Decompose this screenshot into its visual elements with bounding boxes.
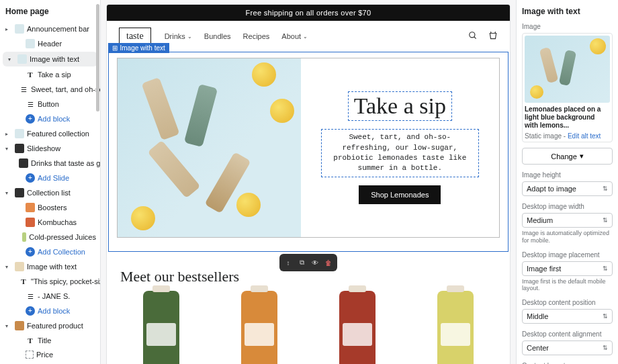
tree-item[interactable]: ☰Button — [0, 97, 100, 111]
hide-icon[interactable]: 👁 — [309, 257, 321, 269]
section-cta-button[interactable]: Shop Lemonades — [359, 185, 441, 204]
field-label: Desktop content alignment — [522, 330, 613, 338]
product-card[interactable] — [414, 291, 496, 364]
cart-icon[interactable] — [488, 31, 498, 42]
section-icon — [26, 39, 35, 48]
tree-item[interactable]: Header — [0, 36, 100, 51]
tree-item-label: Slideshow — [27, 144, 60, 152]
lines-icon: ☰ — [19, 85, 28, 94]
text-icon: T — [26, 336, 35, 345]
section-tag: ⊞Image with text — [108, 43, 169, 53]
tree-item[interactable]: ▸Featured collection — [0, 126, 100, 141]
delete-icon[interactable]: 🗑 — [322, 257, 335, 269]
select-field[interactable]: Medium⇅ — [522, 213, 613, 228]
lines-icon: ☰ — [26, 99, 35, 109]
nav-item[interactable]: Recipes — [243, 32, 270, 40]
plus-icon: + — [26, 173, 35, 183]
tree-item[interactable]: +Add Slide — [0, 171, 100, 185]
tree-item[interactable]: ☰Sweet, tart, and oh-so-refre... — [0, 82, 100, 97]
tree-item-label: Featured collection — [27, 130, 89, 138]
chevron-icon[interactable]: ▾ — [5, 323, 12, 329]
page-title: Home page — [0, 0, 100, 21]
tree-item-label: Button — [38, 100, 59, 108]
select-field[interactable]: Middle⇅ — [522, 309, 613, 324]
tree-item[interactable]: ☰- JANE S. — [0, 289, 100, 304]
tree-item[interactable]: T"This spicy, pocket-sized bo... — [0, 274, 100, 289]
select-arrows-icon: ⇅ — [603, 185, 608, 192]
plus-icon: + — [26, 247, 35, 257]
tree-item-label: Image with text — [30, 55, 79, 63]
chevron-icon[interactable]: ▾ — [5, 264, 12, 270]
tree-item-label: Announcement bar — [27, 25, 89, 33]
tree-item[interactable]: +Add block — [0, 304, 100, 318]
swatch-icon — [26, 203, 35, 212]
chevron-icon[interactable]: ▾ — [5, 190, 12, 196]
settings-title: Image with text — [522, 7, 613, 16]
select-field[interactable]: Adapt to image⇅ — [522, 181, 613, 196]
tree-item[interactable]: Kombuchas — [0, 215, 100, 230]
tree-item[interactable]: +Add block — [0, 111, 100, 126]
tree-item[interactable]: ▾Image with text — [3, 52, 97, 66]
plus-icon: + — [26, 306, 35, 316]
section-heading[interactable]: Take a sip — [348, 91, 452, 121]
tree-item-label: Sweet, tart, and oh-so-refre... — [31, 85, 100, 93]
help-text: Image first is the default mobile layout… — [522, 278, 613, 293]
section-icon — [15, 321, 24, 330]
field-label: Desktop content position — [522, 299, 613, 306]
image-thumbnail[interactable]: Lemonades placed on a light blue backgro… — [522, 33, 613, 142]
select-field[interactable]: Image first⇅ — [522, 261, 613, 276]
tree-item[interactable]: Cold-pressed Juices — [0, 230, 100, 244]
select-field[interactable]: Center⇅ — [522, 340, 613, 355]
section-icon — [15, 129, 24, 138]
tree-item-label: Boosters — [38, 203, 67, 212]
product-card[interactable] — [316, 291, 398, 364]
tree-item[interactable]: TTake a sip — [0, 67, 100, 82]
tree-item-label: - JANE S. — [38, 292, 70, 300]
tree-item-label: Collection list — [27, 189, 71, 197]
select-arrows-icon: ⇅ — [603, 265, 608, 272]
chevron-icon[interactable]: ▾ — [5, 146, 12, 152]
product-card[interactable] — [218, 291, 300, 364]
section-image[interactable] — [118, 58, 301, 237]
tree-item[interactable]: TTitle — [0, 333, 100, 348]
tree-item[interactable]: Drinks that taste as good as ... — [0, 156, 100, 171]
edit-alt-text-link[interactable]: Edit alt text — [568, 132, 601, 140]
section-subtext[interactable]: Sweet, tart, and oh-so-refreshing, our l… — [321, 129, 479, 177]
nav-item[interactable]: Drinks ⌄ — [165, 32, 192, 40]
tree-item[interactable]: +Add Collection — [0, 244, 100, 259]
chevron-icon[interactable]: ▸ — [5, 26, 12, 32]
help-text: Image is automatically optimized for mob… — [522, 230, 613, 244]
tree-item-label: Image with text — [27, 263, 77, 271]
section-icon — [19, 158, 28, 168]
tree-item[interactable]: ▾Slideshow — [0, 141, 100, 156]
field-label: Desktop image placement — [522, 251, 613, 259]
chevron-down-icon: ⌄ — [303, 34, 308, 40]
move-up-icon[interactable]: ↕ — [282, 257, 294, 269]
section-toolbar: ↕ ⧉ 👁 🗑 — [279, 254, 337, 271]
tree-item[interactable]: Price — [0, 348, 100, 361]
chevron-icon[interactable]: ▾ — [8, 56, 15, 62]
change-image-button[interactable]: Change▾ — [522, 148, 613, 165]
tree-item[interactable]: ▸Announcement bar — [0, 21, 100, 36]
tree-item[interactable]: ▾Image with text — [0, 259, 100, 274]
scrollbar[interactable] — [96, 4, 99, 111]
nav-item[interactable]: Bundles — [204, 32, 231, 40]
chevron-down-icon: ⌄ — [187, 34, 192, 40]
product-card[interactable] — [120, 291, 202, 364]
tree-item[interactable]: ▾Collection list — [0, 185, 100, 200]
tree-item[interactable]: ▾Featured product — [0, 318, 100, 333]
placeholder-icon — [26, 351, 34, 359]
tree-item[interactable]: Boosters — [0, 200, 100, 215]
tree-item-label: Add Collection — [38, 248, 85, 256]
chevron-icon[interactable]: ▸ — [5, 131, 12, 137]
nav-item[interactable]: About ⌄ — [281, 32, 308, 40]
tree-item-label: Add block — [38, 307, 70, 315]
section-icon — [15, 144, 24, 153]
duplicate-icon[interactable]: ⧉ — [296, 257, 308, 269]
section-icon — [15, 24, 24, 34]
search-icon[interactable] — [468, 31, 478, 42]
tree-item[interactable]: Variant picker — [0, 361, 100, 364]
image-with-text-section[interactable]: ⊞Image with text Take a sip Sweet, tart,… — [108, 52, 509, 252]
tree-item-label: Add Slide — [38, 174, 69, 182]
image-field-label: Image — [522, 23, 613, 30]
